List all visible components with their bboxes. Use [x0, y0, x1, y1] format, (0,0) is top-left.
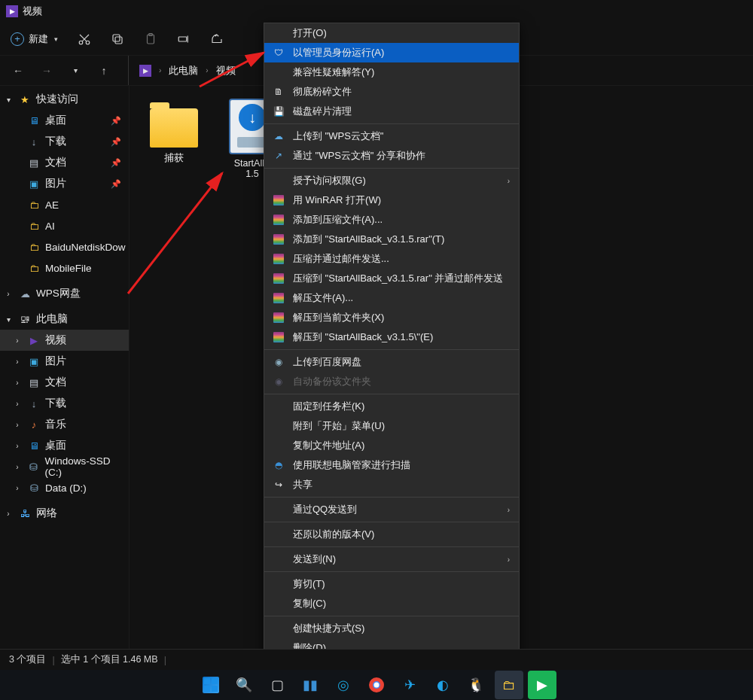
app-icon[interactable]: ▶	[528, 671, 556, 699]
menu-run-as-admin[interactable]: 🛡以管理员身份运行(A)	[264, 43, 519, 62]
menu-pin-start[interactable]: 附到「开始」菜单(U)	[264, 416, 519, 436]
menu-extract[interactable]: 解压文件(A)...	[264, 288, 519, 308]
widgets-icon[interactable]: ▮▮	[296, 671, 325, 699]
new-button[interactable]: + 新建 ▾	[11, 32, 58, 46]
video-folder-icon: ▶	[6, 5, 18, 17]
start-button[interactable]	[197, 671, 225, 699]
edge-icon[interactable]: ◎	[329, 671, 358, 699]
copy-icon[interactable]	[111, 32, 124, 46]
tree-documents2[interactable]: ›▤文档	[0, 372, 129, 393]
breadcrumb-segment[interactable]: 视频	[216, 64, 236, 78]
menu-copy-path[interactable]: 复制文件地址(A)	[264, 436, 519, 455]
menu-send-to[interactable]: 发送到(N)›	[264, 549, 519, 569]
tree-pictures2[interactable]: ›▣图片	[0, 351, 129, 372]
svg-rect-3	[113, 35, 120, 41]
paste-icon[interactable]	[144, 32, 157, 46]
qq-icon[interactable]: 🐧	[462, 671, 490, 699]
share-icon[interactable]	[210, 32, 224, 46]
tree-pictures[interactable]: ▣图片📌	[0, 173, 129, 194]
menu-defrag[interactable]: 💾磁盘碎片清理	[264, 102, 519, 121]
menu-label: 还原以前的版本(V)	[293, 528, 374, 541]
menu-label: 发送到(N)	[293, 552, 336, 566]
search-icon[interactable]: 🔍	[230, 671, 258, 699]
quick-access-node[interactable]: ▾★快速访问	[0, 89, 129, 110]
menu-add-to-rar[interactable]: 添加到 "StartAllBack_v3.1.5.rar"(T)	[264, 230, 519, 249]
menu-upload-baidu[interactable]: ◉上传到百度网盘	[264, 352, 519, 372]
cut-icon[interactable]	[78, 32, 91, 46]
menu-lenovo-scan[interactable]: ◓使用联想电脑管家进行扫描	[264, 455, 519, 475]
submenu-arrow-icon: ›	[508, 506, 510, 514]
menu-separator	[264, 349, 519, 350]
file-label: 捕获	[140, 152, 208, 165]
this-pc-node[interactable]: ▾🖳此电脑	[0, 309, 129, 330]
tree-downloads[interactable]: ↓下载📌	[0, 131, 129, 152]
explorer-icon[interactable]: 🗀	[495, 671, 523, 699]
tree-ae[interactable]: 🗀AE	[0, 194, 129, 215]
menu-winrar-open[interactable]: 用 WinRAR 打开(W)	[264, 190, 519, 210]
menu-shred[interactable]: 🗎彻底粉碎文件	[264, 82, 519, 102]
menu-compress-to-email[interactable]: 压缩到 "StartAllBack_v3.1.5.rar" 并通过邮件发送	[264, 269, 519, 288]
menu-separator	[264, 394, 519, 394]
menu-pin-taskbar[interactable]: 固定到任务栏(K)	[264, 397, 519, 416]
menu-cut[interactable]: 剪切(T)	[264, 574, 519, 594]
menu-restore-previous[interactable]: 还原以前的版本(V)	[264, 525, 519, 544]
tree-drive-c[interactable]: ›⛁Windows-SSD (C:)	[0, 456, 129, 477]
rename-icon[interactable]	[177, 32, 191, 46]
tree-downloads2[interactable]: ›↓下载	[0, 393, 129, 414]
svg-point-11	[374, 683, 380, 688]
task-view-icon[interactable]: ▢	[263, 671, 291, 699]
menu-extract-here[interactable]: 解压到当前文件夹(X)	[264, 308, 519, 327]
recent-dropdown[interactable]: ▾	[65, 60, 86, 81]
tree-label: 桌面	[45, 439, 66, 452]
menu-grant-access[interactable]: 授予访问权限(G)›	[264, 171, 519, 190]
tree-desktop2[interactable]: ›🖥桌面	[0, 435, 129, 456]
menu-send-qq[interactable]: 通过QQ发送到›	[264, 500, 519, 519]
tree-label: 音乐	[45, 418, 66, 431]
app-icon[interactable]: ◐	[428, 671, 457, 699]
back-button[interactable]: ←	[8, 60, 29, 81]
menu-label: 彻底粉碎文件	[293, 85, 352, 99]
menu-open[interactable]: 打开(O)	[264, 23, 519, 43]
tree-ai[interactable]: 🗀AI	[0, 215, 129, 236]
pin-icon: 📌	[111, 179, 121, 189]
menu-label: 用 WinRAR 打开(W)	[293, 193, 381, 207]
menu-share-wps[interactable]: ↗通过 "WPS云文档" 分享和协作	[264, 146, 519, 166]
menu-compress-email[interactable]: 压缩并通过邮件发送...	[264, 249, 519, 269]
tree-music[interactable]: ›♪音乐	[0, 414, 129, 435]
menu-label: 解压到 "StartAllBack_v3.1.5\"(E)	[293, 330, 433, 344]
breadcrumb-segment[interactable]: 此电脑	[169, 64, 198, 78]
winrar-icon	[272, 311, 285, 324]
menu-compat-troubleshoot[interactable]: 兼容性疑难解答(Y)	[264, 62, 519, 82]
tree-baidunetdisk[interactable]: 🗀BaiduNetdiskDow	[0, 236, 129, 257]
network-node[interactable]: ›🖧网络	[0, 503, 129, 524]
tree-documents[interactable]: ▤文档📌	[0, 152, 129, 173]
wps-cloud-node[interactable]: ›☁WPS网盘	[0, 283, 129, 304]
tree-video[interactable]: ›▶视频	[0, 330, 129, 351]
forward-button[interactable]: →	[36, 60, 57, 81]
selection-info: 选中 1 个项目 1.46 MB	[61, 653, 158, 666]
tree-desktop[interactable]: 🖥桌面📌	[0, 110, 129, 131]
pin-icon: 📌	[111, 116, 121, 126]
menu-create-shortcut[interactable]: 创建快捷方式(S)	[264, 619, 519, 638]
breadcrumb[interactable]: ▶ › 此电脑 › 视频	[128, 56, 236, 85]
menu-auto-backup: ◉自动备份该文件夹	[264, 372, 519, 391]
winrar-icon	[272, 272, 285, 285]
menu-share[interactable]: ↪共享	[264, 475, 519, 495]
tree-mobilefile[interactable]: 🗀MobileFile	[0, 257, 129, 278]
menu-label: 上传到百度网盘	[293, 355, 361, 369]
chrome-icon[interactable]	[362, 671, 391, 699]
menu-add-archive[interactable]: 添加到压缩文件(A)...	[264, 210, 519, 230]
menu-label: 解压到当前文件夹(X)	[293, 311, 384, 324]
submenu-arrow-icon: ›	[508, 555, 510, 564]
winrar-icon	[272, 193, 285, 207]
submenu-arrow-icon: ›	[508, 177, 510, 185]
folder-item[interactable]: 捕获	[140, 108, 208, 165]
tree-drive-d[interactable]: ›⛁Data (D:)	[0, 477, 129, 498]
menu-extract-to[interactable]: 解压到 "StartAllBack_v3.1.5\"(E)	[264, 327, 519, 347]
menu-copy[interactable]: 复制(C)	[264, 594, 519, 613]
up-button[interactable]: ↑	[93, 60, 114, 81]
app-icon[interactable]: ✈	[395, 671, 424, 699]
menu-upload-wps[interactable]: ☁上传到 "WPS云文档"	[264, 126, 519, 146]
plus-icon: +	[11, 32, 24, 46]
tree-label: BaiduNetdiskDow	[45, 242, 126, 253]
